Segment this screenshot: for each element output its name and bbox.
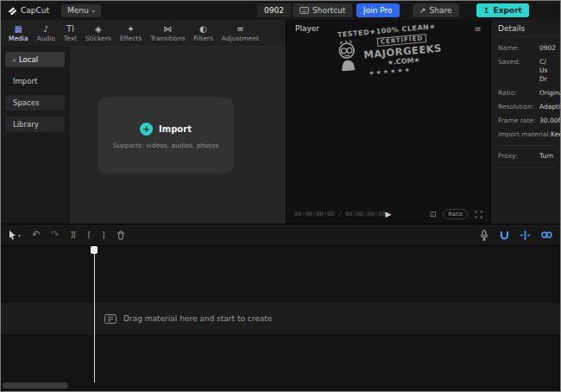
transitions-icon: ⋈: [163, 24, 172, 34]
detail-value: Turn: [539, 152, 561, 161]
tab-label: Transitions: [150, 35, 185, 42]
player-menu-icon[interactable]: ≡: [475, 24, 482, 34]
player-title: Player: [295, 24, 319, 33]
shortcut-label: Shortcut: [312, 6, 345, 15]
delete-button[interactable]: [117, 231, 125, 240]
share-icon: ↗: [419, 7, 426, 15]
sidebar-item-label: Local: [19, 55, 38, 64]
export-button[interactable]: ↥ Export: [476, 3, 529, 17]
import-dropzone[interactable]: + Import Supports: videos, audios, photo…: [98, 98, 234, 174]
sidebar-item-library[interactable]: Library: [5, 117, 65, 132]
undo-button[interactable]: ↶: [32, 230, 40, 240]
split-button[interactable]: ][: [70, 230, 76, 240]
detail-value: Adaptive: [539, 103, 561, 111]
chevron-down-icon: ▾: [13, 57, 16, 63]
detail-row-proxy: Proxy: Turn: [498, 152, 561, 161]
cursor-icon: [9, 230, 16, 240]
shortcut-button[interactable]: Shortcut: [293, 3, 352, 17]
delete-left-button[interactable]: [: [87, 230, 91, 240]
tab-effects[interactable]: ✦ Effects: [116, 24, 147, 42]
share-label: Share: [430, 6, 452, 15]
tab-text[interactable]: TI Text: [60, 24, 81, 42]
detail-row-resolution: Resolution: Adaptive: [498, 103, 561, 111]
menu-button[interactable]: Menu ▾: [61, 4, 101, 17]
microphone-icon: [480, 230, 489, 241]
fit-to-screen-icon[interactable]: ⊡: [430, 210, 437, 218]
delete-right-button[interactable]: ]: [102, 230, 105, 240]
sidebar-item-local[interactable]: ▾ Local: [5, 52, 65, 67]
detail-label: Proxy:: [498, 152, 539, 161]
details-header: Details: [491, 20, 561, 37]
join-pro-button[interactable]: Join Pro: [356, 3, 400, 17]
sidebar-item-spaces[interactable]: Spaces: [5, 95, 65, 111]
record-voiceover-button[interactable]: [480, 230, 489, 241]
geek-figure-icon: [334, 39, 361, 72]
playhead-line[interactable]: [94, 246, 95, 383]
detail-label: Ratio:: [498, 89, 539, 98]
redo-button[interactable]: ↷: [51, 230, 59, 240]
play-button[interactable]: ▶: [386, 210, 392, 218]
tab-label: Adjustment: [222, 35, 259, 42]
playhead-handle[interactable]: [91, 246, 98, 254]
tab-transitions[interactable]: ⋈ Transitions: [146, 24, 189, 42]
tab-audio[interactable]: ♪ Audio: [33, 24, 60, 42]
project-name-button[interactable]: 0902: [257, 3, 291, 17]
sidebar-item-label: Spaces: [13, 98, 39, 107]
ratio-button[interactable]: Ratio: [443, 209, 468, 219]
detail-value: 0902: [539, 44, 561, 53]
details-panel: Details Name: 0902 Saved: C/ Us Dr Ratio…: [490, 20, 561, 224]
sidebar-item-label: Library: [13, 120, 39, 129]
watermark-brand: MAJORGEEKS: [363, 42, 442, 61]
divider: [498, 145, 555, 146]
detail-value: Original: [539, 89, 561, 98]
tab-label: Audio: [37, 35, 55, 42]
auto-snap-toggle[interactable]: [520, 231, 530, 240]
timeline-empty-track[interactable]: Drag material here and start to create: [1, 303, 560, 334]
main-track-magnet-toggle[interactable]: [500, 231, 509, 240]
tab-label: Effects: [120, 35, 142, 42]
effects-icon: ✦: [127, 24, 134, 34]
media-sidebar: ▾ Local Import Spaces Library: [1, 46, 70, 224]
details-body: Name: 0902 Saved: C/ Us Dr Ratio: Origin…: [491, 37, 561, 168]
share-button[interactable]: ↗ Share: [413, 3, 459, 17]
sidebar-item-import[interactable]: Import: [5, 73, 65, 89]
capcut-logo-icon: [7, 6, 17, 16]
horizontal-scrollbar[interactable]: [3, 383, 68, 389]
audio-icon: ♪: [43, 24, 48, 34]
timeline-area[interactable]: Drag material here and start to create: [1, 246, 560, 391]
titlebar: CapCut Menu ▾ 0902 Shortcut Join Pro ↗ S…: [1, 1, 561, 20]
snap-icon: [520, 231, 530, 240]
magnet-icon: [500, 231, 509, 240]
tab-stickers[interactable]: ◈ Stickers: [81, 24, 116, 42]
tab-media[interactable]: ▦ Media: [4, 24, 33, 42]
divider: [498, 167, 555, 168]
trim-left-icon: [: [87, 230, 91, 240]
detail-label: Saved:: [498, 58, 539, 84]
detail-row-saved: Saved: C/ Us Dr: [498, 58, 561, 84]
player-controls: 00:00:00:00 / 00:00:00:00 ▶ ⊡ Ratio: [287, 205, 490, 224]
import-hint: Supports: videos, audios, photos: [113, 142, 219, 149]
select-tool-button[interactable]: ▾: [9, 230, 21, 240]
detail-value: C/ Us Dr: [539, 58, 561, 84]
tab-label: Media: [9, 35, 28, 42]
tab-filters[interactable]: ◐ Filters: [189, 24, 217, 42]
detail-row-ratio: Ratio: Original: [498, 89, 561, 98]
media-icon: ▦: [15, 24, 22, 34]
tab-adjustment[interactable]: ≡ Adjustment: [217, 24, 263, 42]
text-icon: TI: [66, 24, 74, 34]
export-icon: ↥: [483, 7, 490, 15]
import-label: Import: [159, 124, 192, 134]
trash-icon: [117, 231, 125, 240]
detail-row-name: Name: 0902: [498, 44, 561, 53]
linkage-toggle[interactable]: [541, 231, 552, 239]
sidebar-item-label: Import: [13, 77, 37, 85]
watermark-domain: ★.COM★: [387, 56, 420, 66]
media-content-area: + Import Supports: videos, audios, photo…: [70, 46, 286, 224]
trim-right-icon: ]: [102, 230, 105, 240]
import-button[interactable]: + Import: [140, 123, 192, 136]
chevron-down-icon: ▾: [92, 8, 95, 14]
filters-icon: ◐: [199, 24, 207, 34]
fullscreen-icon[interactable]: [475, 211, 482, 218]
detail-label: Name:: [498, 44, 539, 53]
adjustment-icon: ≡: [236, 24, 243, 34]
